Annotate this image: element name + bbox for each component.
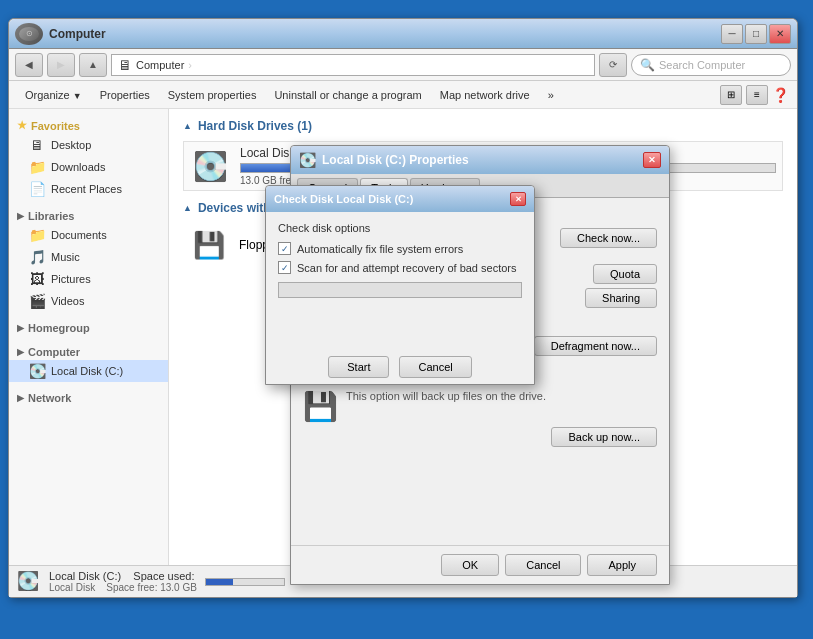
recent-icon: 📄 (29, 181, 45, 197)
check-disk-options-title: Check disk options (278, 222, 522, 234)
properties-dialog-title-bar: 💽 Local Disk (C:) Properties ✕ (291, 146, 669, 174)
status-disk-item: 💽 Local Disk (C:) Space used: Local Disk… (17, 570, 285, 594)
minimize-button[interactable]: ─ (721, 24, 743, 44)
sidebar-section-computer: ▶ Computer 💽 Local Disk (C:) (9, 344, 168, 382)
toolbar: Organize ▼ Properties System properties … (9, 81, 797, 109)
check-now-button[interactable]: Check now... (560, 228, 657, 248)
sidebar-header-favorites[interactable]: ★ Favorites (9, 117, 168, 134)
check-option-1-row: ✓ Automatically fix file system errors (278, 242, 522, 255)
sidebar-item-videos[interactable]: 🎬 Videos (9, 290, 168, 312)
check-disk-progress (278, 282, 522, 298)
properties-footer: OK Cancel Apply (291, 545, 669, 584)
up-button[interactable]: ▲ (79, 53, 107, 77)
address-computer: Computer (136, 59, 184, 71)
check-disk-title-text: Check Disk Local Disk (C:) (274, 193, 413, 205)
properties-dialog-title: Local Disk (C:) Properties (322, 153, 469, 167)
backup-desc: This option will back up files on the dr… (346, 390, 657, 402)
properties-title-controls: ✕ (643, 152, 661, 168)
sidebar-item-documents[interactable]: 📁 Documents (9, 224, 168, 246)
sidebar-item-music[interactable]: 🎵 Music (9, 246, 168, 268)
sharing-button[interactable]: Sharing (585, 288, 657, 308)
status-disk-info: Local Disk (C:) Space used: Local Disk S… (49, 570, 197, 593)
search-placeholder: Search Computer (659, 59, 745, 71)
properties-ok-button[interactable]: OK (441, 554, 499, 576)
check-disk-cancel-button[interactable]: Cancel (399, 356, 471, 378)
window-icon: ⊙ (15, 23, 43, 45)
favorites-star-icon: ★ (17, 119, 27, 132)
check-disk-body: Check disk options ✓ Automatically fix f… (266, 212, 534, 350)
documents-icon: 📁 (29, 227, 45, 243)
address-bar: ◀ ▶ ▲ 🖥 Computer › ⟳ 🔍 Search Computer (9, 49, 797, 81)
sidebar-header-homegroup[interactable]: ▶ Homegroup (9, 320, 168, 336)
sidebar: ★ Favorites 🖥 Desktop 📁 Downloads 📄 Rece… (9, 109, 169, 565)
close-button[interactable]: ✕ (769, 24, 791, 44)
local-disk-hdd-icon: 💽 (190, 148, 230, 184)
restore-button[interactable]: □ (745, 24, 767, 44)
organize-button[interactable]: Organize ▼ (17, 87, 90, 103)
view-toggle-button[interactable]: ⊞ (720, 85, 742, 105)
sidebar-item-recent[interactable]: 📄 Recent Places (9, 178, 168, 200)
status-disk-type: Local Disk Space free: 13.0 GB (49, 582, 197, 593)
system-properties-button[interactable]: System properties (160, 87, 265, 103)
refresh-button[interactable]: ⟳ (599, 53, 627, 77)
status-disk-name: Local Disk (C:) Space used: (49, 570, 197, 582)
check-disk-dialog: Check Disk Local Disk (C:) ✕ Check disk … (265, 185, 535, 385)
libraries-arrow-icon: ▶ (17, 211, 24, 221)
address-input[interactable]: 🖥 Computer › (111, 54, 595, 76)
check-option-1-label: Automatically fix file system errors (297, 243, 463, 255)
properties-cancel-button[interactable]: Cancel (505, 554, 581, 576)
floppy-icon: 💾 (189, 227, 229, 263)
status-bar-fill (206, 579, 233, 585)
sidebar-header-libraries[interactable]: ▶ Libraries (9, 208, 168, 224)
sidebar-item-pictures[interactable]: 🖼 Pictures (9, 268, 168, 290)
properties-apply-button[interactable]: Apply (587, 554, 657, 576)
view-list-button[interactable]: ≡ (746, 85, 768, 105)
check-disk-footer: Start Cancel (266, 350, 534, 384)
videos-icon: 🎬 (29, 293, 45, 309)
backup-now-button[interactable]: Back up now... (551, 427, 657, 447)
properties-close-button[interactable]: ✕ (643, 152, 661, 168)
status-bar-progress (205, 578, 285, 586)
sidebar-header-computer[interactable]: ▶ Computer (9, 344, 168, 360)
check-disk-title-bar: Check Disk Local Disk (C:) ✕ (266, 186, 534, 212)
sidebar-item-downloads[interactable]: 📁 Downloads (9, 156, 168, 178)
sidebar-item-local-disk[interactable]: 💽 Local Disk (C:) (9, 360, 168, 382)
window-title: Computer (49, 27, 106, 41)
sidebar-section-favorites: ★ Favorites 🖥 Desktop 📁 Downloads 📄 Rece… (9, 117, 168, 200)
defragment-now-button[interactable]: Defragment now... (534, 336, 657, 356)
downloads-icon: 📁 (29, 159, 45, 175)
uninstall-button[interactable]: Uninstall or change a program (266, 87, 429, 103)
sidebar-section-libraries: ▶ Libraries 📁 Documents 🎵 Music 🖼 Pictur… (9, 208, 168, 312)
computer-arrow-icon: ▶ (17, 347, 24, 357)
check-option-2-checkbox[interactable]: ✓ (278, 261, 291, 274)
homegroup-arrow-icon: ▶ (17, 323, 24, 333)
status-disk-icon: 💽 (17, 570, 41, 594)
map-network-button[interactable]: Map network drive (432, 87, 538, 103)
music-icon: 🎵 (29, 249, 45, 265)
sidebar-item-desktop[interactable]: 🖥 Desktop (9, 134, 168, 156)
backup-row: 💾 This option will back up files on the … (303, 390, 657, 423)
hard-disk-section-title: Hard Disk Drives (1) (183, 119, 783, 133)
help-button[interactable]: ❓ (772, 87, 789, 103)
toolbar-right: ⊞ ≡ ❓ (720, 85, 789, 105)
properties-button[interactable]: Properties (92, 87, 158, 103)
check-disk-close-button[interactable]: ✕ (510, 192, 526, 206)
pictures-icon: 🖼 (29, 271, 45, 287)
check-option-1-checkbox[interactable]: ✓ (278, 242, 291, 255)
sidebar-section-homegroup: ▶ Homegroup (9, 320, 168, 336)
title-bar-controls: ─ □ ✕ (721, 24, 791, 44)
title-bar: ⊙ Computer ─ □ ✕ (9, 19, 797, 49)
sidebar-section-network: ▶ Network (9, 390, 168, 406)
network-arrow-icon: ▶ (17, 393, 24, 403)
check-option-2-label: Scan for and attempt recovery of bad sec… (297, 262, 517, 274)
local-disk-icon: 💽 (29, 363, 45, 379)
sidebar-header-network[interactable]: ▶ Network (9, 390, 168, 406)
forward-button[interactable]: ▶ (47, 53, 75, 77)
desktop-icon: 🖥 (29, 137, 45, 153)
search-box[interactable]: 🔍 Search Computer (631, 54, 791, 76)
quota-button[interactable]: Quota (593, 264, 657, 284)
check-disk-start-button[interactable]: Start (328, 356, 389, 378)
check-option-2-row: ✓ Scan for and attempt recovery of bad s… (278, 261, 522, 274)
back-button[interactable]: ◀ (15, 53, 43, 77)
more-button[interactable]: » (540, 87, 562, 103)
